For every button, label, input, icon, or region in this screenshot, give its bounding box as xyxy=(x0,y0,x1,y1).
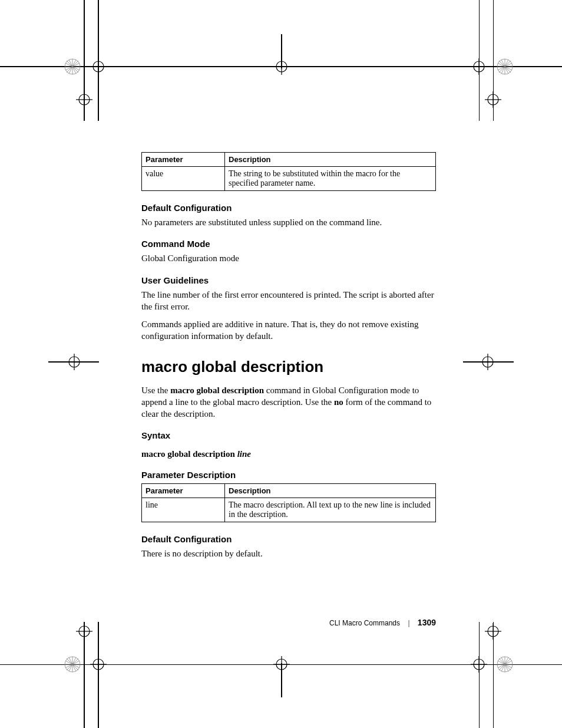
starburst-icon xyxy=(64,58,81,75)
registration-mark-icon xyxy=(76,91,92,108)
th-parameter: Parameter xyxy=(142,153,225,167)
registration-mark-icon xyxy=(76,623,92,640)
page-content: Parameter Description value The string t… xyxy=(141,152,436,566)
registration-mark-icon xyxy=(471,656,487,673)
table-row: line The macro description. All text up … xyxy=(142,498,436,522)
parameter-table-1: Parameter Description value The string t… xyxy=(141,152,436,191)
td-param: line xyxy=(142,498,225,522)
crop-line xyxy=(479,622,480,728)
starburst-icon xyxy=(496,58,514,75)
text-user-guidelines-2: Commands applied are additive in nature.… xyxy=(141,318,436,342)
registration-mark-icon xyxy=(90,656,107,673)
footer-separator: | xyxy=(402,619,415,627)
registration-mark-icon xyxy=(66,354,82,370)
intro-pre: Use the xyxy=(141,386,170,395)
command-title: macro global description xyxy=(141,358,436,376)
heading-user-guidelines: User Guidelines xyxy=(141,275,436,285)
syntax-italic: line xyxy=(237,449,251,459)
text-command-mode: Global Configuration mode xyxy=(141,252,436,264)
heading-param-desc: Parameter Description xyxy=(141,470,436,480)
text-user-guidelines-1: The line number of the first error encou… xyxy=(141,289,436,313)
starburst-icon xyxy=(496,655,514,673)
table-row: value The string to be substituted withi… xyxy=(142,167,436,191)
registration-mark-icon xyxy=(273,656,290,673)
heading-command-mode: Command Mode xyxy=(141,239,436,249)
registration-mark-icon xyxy=(273,58,290,75)
table-header-row: Parameter Description xyxy=(142,484,436,498)
footer-section: CLI Macro Commands xyxy=(329,619,400,627)
parameter-table-2: Parameter Description line The macro des… xyxy=(141,483,436,522)
crop-line xyxy=(98,622,99,728)
td-desc: The macro description. All text up to th… xyxy=(225,498,436,522)
registration-mark-icon xyxy=(471,58,487,75)
text-default-config-2: There is no description by default. xyxy=(141,548,436,559)
starburst-icon xyxy=(64,655,81,673)
syntax-line: macro global description line xyxy=(141,449,436,459)
heading-default-config-1: Default Configuration xyxy=(141,203,436,213)
td-desc: The string to be substituted within the … xyxy=(225,167,436,191)
footer-page-number: 1309 xyxy=(418,618,436,627)
registration-mark-icon xyxy=(485,623,501,640)
th-description: Description xyxy=(225,484,436,498)
command-intro: Use the macro global description command… xyxy=(141,384,436,420)
th-description: Description xyxy=(225,153,436,167)
heading-default-config-2: Default Configuration xyxy=(141,534,436,544)
intro-bold-1: macro global description xyxy=(170,386,264,395)
table-header-row: Parameter Description xyxy=(142,153,436,167)
registration-mark-icon xyxy=(485,91,501,108)
text-default-config-1: No parameters are substituted unless sup… xyxy=(141,216,436,228)
th-parameter: Parameter xyxy=(142,484,225,498)
registration-mark-icon xyxy=(90,58,107,75)
page-footer: CLI Macro Commands | 1309 xyxy=(141,618,436,627)
intro-bold-2: no xyxy=(334,397,343,407)
td-param: value xyxy=(142,167,225,191)
heading-syntax: Syntax xyxy=(141,430,436,440)
syntax-bold: macro global description xyxy=(141,449,237,459)
registration-mark-icon xyxy=(480,354,496,370)
